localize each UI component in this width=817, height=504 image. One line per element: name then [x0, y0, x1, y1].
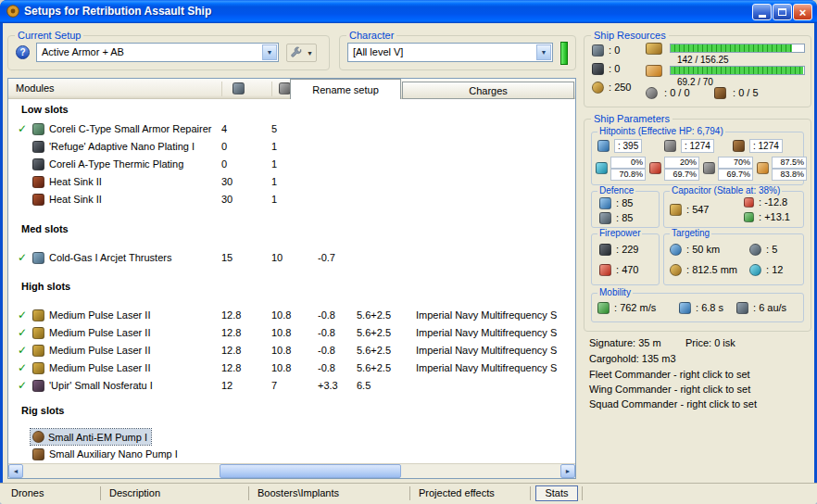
tab-label: Stats: [545, 487, 568, 498]
nano-plating-module-icon: [32, 141, 44, 153]
module-active-check-icon: ✓: [18, 326, 27, 339]
nosferatu-module-icon: [32, 380, 44, 392]
module-charge: Imperial Navy Multifrequency S: [416, 309, 557, 321]
explosive-shield-resist: 87.5%: [772, 157, 807, 169]
setup-select[interactable]: Active Armor + AB ▼: [36, 43, 279, 62]
modules-list[interactable]: Low slots ✓ Coreli C-Type Small Armor Re…: [8, 99, 575, 463]
scan-resolution-icon: [670, 264, 682, 276]
module-row[interactable]: Coreli A-Type Thermic Plating 0 1: [8, 157, 575, 173]
module-cpu: 12.8: [221, 309, 241, 321]
firepower-group: Firepower 229 470: [591, 233, 660, 285]
cargohold-text: Cargohold: 135 m3: [589, 353, 676, 364]
chevron-down-icon[interactable]: ▼: [536, 44, 551, 60]
module-row[interactable]: Small Auxiliary Nano Pump I: [8, 447, 575, 463]
chevron-down-icon[interactable]: ▼: [262, 44, 277, 60]
module-active-check-icon: ✓: [18, 379, 27, 392]
module-row[interactable]: ✓ Coreli C-Type Small Armor Repairer 4 5: [8, 121, 575, 138]
current-setup-group: Current Setup ? Active Armor + AB ▼ ▼: [7, 35, 330, 70]
structure-hp-icon: [733, 140, 745, 152]
kinetic-armor-resist: 69.7%: [718, 169, 753, 181]
current-setup-label: Current Setup: [15, 30, 83, 42]
cpu-column-icon: [233, 82, 245, 94]
align-time-icon: [679, 302, 691, 314]
tab-label: Charges: [469, 85, 508, 96]
selected-module[interactable]: Small Anti-EM Pump I: [31, 429, 151, 445]
modules-column-header[interactable]: Modules Rename setup Charges: [8, 79, 575, 99]
slot-section-header: Med slots: [21, 223, 69, 234]
tab-rename-setup[interactable]: Rename setup: [290, 79, 401, 99]
close-button[interactable]: ×: [793, 4, 812, 20]
tab-projected-effects[interactable]: Projected effects: [419, 487, 495, 498]
capacitor-capacity-value: 547: [686, 204, 709, 215]
scroll-right-button[interactable]: ►: [560, 464, 575, 478]
tab-charges[interactable]: Charges: [402, 82, 574, 99]
tab-label: Rename setup: [312, 84, 379, 95]
tab-boosters-implants[interactable]: Boosters\Implants: [258, 487, 339, 498]
powergrid-bar-fill: [671, 67, 803, 74]
ship-resources-group: Ship Resources 0 0 250 142 / 156.25 69.2…: [584, 35, 811, 107]
module-name: Cold-Gas I Arcjet Thrusters: [49, 252, 171, 263]
title-bar[interactable]: Setups for Retribution Assault Ship ×: [0, 0, 817, 23]
price-text: Price: 0 isk: [685, 337, 735, 348]
laser-module-icon: [32, 345, 44, 357]
module-row[interactable]: ✓ Medium Pulse Laser II 12.8 10.8 -0.8 5…: [8, 343, 575, 359]
calibration-icon: [592, 82, 604, 94]
module-row[interactable]: Heat Sink II 30 1: [8, 174, 575, 191]
horizontal-scrollbar[interactable]: ◄ ►: [8, 463, 575, 478]
explosive-armor-resist: 83.8%: [772, 169, 807, 181]
drone-capacity-icon: [646, 87, 658, 99]
module-row[interactable]: ✓ Medium Pulse Laser II 12.8 10.8 -0.8 5…: [8, 360, 575, 377]
speed-icon: [597, 302, 610, 314]
module-pg: 1: [271, 194, 277, 205]
setup-tools-button[interactable]: ▼: [286, 44, 317, 62]
module-row[interactable]: ✓ Medium Pulse Laser II 12.8 10.8 -0.8 5…: [8, 308, 575, 324]
armor-repairer-module-icon: [32, 123, 44, 135]
powergrid-bar: [670, 66, 805, 75]
module-row[interactable]: ✓ Medium Pulse Laser II 12.8 10.8 -0.8 5…: [8, 325, 575, 342]
tab-description[interactable]: Description: [109, 487, 160, 498]
defence-armor-icon: [599, 212, 611, 224]
scan-resolution-value: 812.5 mm: [686, 264, 737, 275]
tab-separator: [100, 486, 101, 500]
scrollbar-thumb[interactable]: [220, 464, 401, 478]
chevron-down-icon: ▼: [307, 50, 313, 57]
module-pg: 1: [271, 176, 277, 187]
launcher-hardpoints-icon: [592, 63, 604, 75]
module-row[interactable]: Heat Sink II 30 1: [8, 192, 575, 208]
module-active-check-icon: ✓: [18, 122, 27, 135]
module-row[interactable]: ✓ 'Upir' Small Nosferatu I 12 7 +3.3 6.5: [8, 378, 575, 395]
module-row[interactable]: 'Refuge' Adaptive Nano Plating I 0 1: [8, 139, 575, 156]
character-skill-level-bar: [560, 42, 568, 65]
tab-drones[interactable]: Drones: [11, 487, 44, 498]
wing-commander-text[interactable]: Wing Commander - right click to set: [589, 384, 750, 395]
scroll-right-icon: ►: [565, 468, 572, 474]
speed-value: 762 m/s: [614, 302, 656, 313]
module-cpu: 12: [221, 380, 233, 391]
minimize-button[interactable]: [752, 4, 772, 20]
tab-stats[interactable]: Stats: [535, 485, 578, 501]
character-select[interactable]: [All level V] ▼: [347, 43, 553, 62]
module-cpu: 0: [221, 158, 227, 170]
help-icon[interactable]: ?: [16, 45, 30, 59]
targeting-range-icon: [670, 244, 682, 256]
thermic-plating-module-icon: [32, 158, 44, 170]
shield-hp-value: 395: [614, 139, 642, 153]
scroll-left-button[interactable]: ◄: [8, 464, 23, 478]
max-targets-icon: [749, 244, 761, 256]
slot-section-header: Rig slots: [21, 405, 64, 416]
maximize-button[interactable]: [773, 4, 792, 20]
module-active-check-icon: ✓: [18, 309, 27, 321]
targeting-group: Targeting 50 km 5 812.5 mm 12: [663, 233, 804, 285]
module-row[interactable]: ✓ Cold-Gas I Arcjet Thrusters 15 10 -0.7: [8, 250, 575, 267]
squad-commander-text[interactable]: Squad Commander - right click to set: [589, 398, 757, 410]
powergrid-value: 69.2 / 70: [677, 77, 713, 87]
modules-panel: Modules Rename setup Charges Low slots ✓…: [7, 78, 576, 479]
capacitor-usage-value: -12.8: [759, 196, 787, 208]
capacitor-recharge-value: +13.1: [759, 211, 790, 222]
defence-top-value: 85: [616, 197, 633, 208]
maximize-icon: [778, 8, 786, 16]
dps-icon: [599, 264, 611, 276]
capacitor-label: Capacitor (Stable at: 38%): [670, 185, 782, 196]
module-row[interactable]: Small Anti-EM Pump I: [8, 429, 575, 446]
fleet-commander-text[interactable]: Fleet Commander - right click to set: [589, 369, 750, 380]
